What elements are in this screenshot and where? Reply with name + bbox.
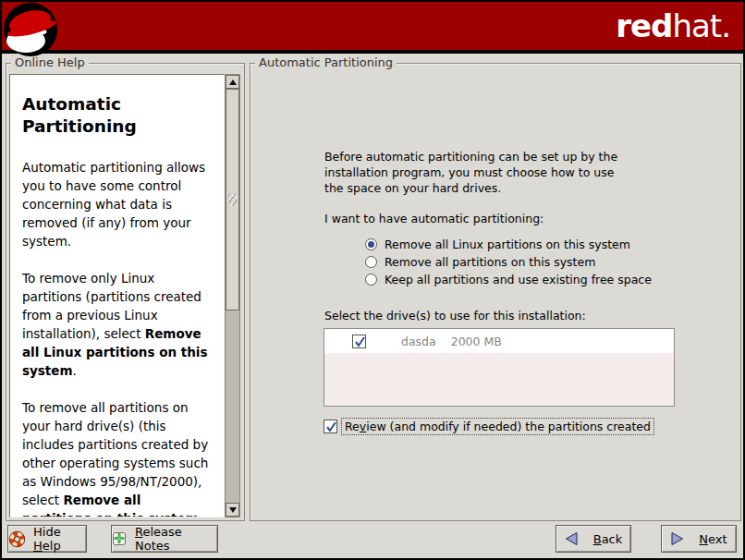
scrollbar-thumb[interactable] <box>226 89 239 310</box>
drive-size: 2000 MB <box>451 335 502 348</box>
radio-button[interactable] <box>365 238 377 250</box>
redhat-wordmark: redhat. <box>616 7 730 44</box>
review-partitions-option[interactable]: Review (and modify if needed) the partit… <box>324 419 653 434</box>
help-text-area: Automatic Partitioning Automatic partiti… <box>9 74 225 517</box>
brand-light: hat <box>672 7 721 44</box>
radio-keep-all-partitions[interactable]: Keep all partitions and use existing fre… <box>365 272 652 287</box>
drive-name: dasda <box>401 335 436 348</box>
release-notes-button[interactable]: Release Notes <box>111 525 218 553</box>
release-notes-label: Release Notes <box>135 525 217 553</box>
checkmark-icon <box>352 334 368 349</box>
installer-window: redhat. Online Help Automatic Partitioni… <box>2 2 743 558</box>
radio-label[interactable]: Keep all partitions and use existing fre… <box>385 273 652 286</box>
brand-dot: . <box>721 7 730 44</box>
radio-remove-all-partitions[interactable]: Remove all partitions on this system <box>365 254 595 270</box>
drive-list[interactable]: dasda 2000 MB <box>324 328 675 407</box>
help-p3-text: To remove all partitions on your hard dr… <box>22 400 208 507</box>
radio-label[interactable]: Remove all partitions on this system <box>385 255 595 269</box>
review-label-post: iew (and modify if needed) the partition… <box>366 420 651 433</box>
help-scrollbar[interactable] <box>225 74 240 517</box>
automatic-partitioning-frame-label: Automatic Partitioning <box>255 55 397 70</box>
review-checkbox[interactable] <box>324 420 337 433</box>
scroll-up-button[interactable] <box>226 75 239 89</box>
partitioning-question-label: I want to have automatic partitioning: <box>324 212 543 225</box>
help-paragraph-1: Automatic partitioning allows you to hav… <box>22 158 214 250</box>
redhat-shadowman-logo-icon <box>4 2 63 61</box>
checkmark-icon <box>324 419 339 434</box>
back-arrow-icon <box>565 531 579 546</box>
next-arrow-icon <box>670 531 684 546</box>
lifesaver-icon <box>8 530 26 548</box>
scrollbar-grip-icon <box>228 193 238 206</box>
radio-button[interactable] <box>365 274 377 286</box>
review-label-pre: Re <box>345 420 360 433</box>
radio-label[interactable]: Remove all Linux partitions on this syst… <box>385 237 630 251</box>
scroll-down-button[interactable] <box>226 503 239 517</box>
next-label: Next <box>699 532 727 546</box>
drive-checkbox[interactable] <box>352 335 366 348</box>
radio-selected-dot <box>368 241 374 248</box>
help-paragraph-3: To remove all partitions on your hard dr… <box>22 398 214 517</box>
help-p2-period: . <box>73 363 77 378</box>
header-banner: redhat. <box>2 2 743 54</box>
help-p3-period: . <box>199 511 202 517</box>
brand-bold: red <box>616 7 672 44</box>
intro-text: Before automatic partitioning can be set… <box>324 149 639 196</box>
hide-help-label: Hide Help <box>33 525 86 553</box>
automatic-partitioning-frame: Automatic Partitioning Before automatic … <box>250 63 741 521</box>
arrow-down-icon <box>229 507 237 513</box>
back-label: Back <box>593 532 623 546</box>
drive-row-dasda[interactable]: dasda 2000 MB <box>324 329 674 353</box>
radio-button[interactable] <box>365 256 377 268</box>
back-button[interactable]: Back <box>556 525 631 553</box>
radio-remove-linux-partitions[interactable]: Remove all Linux partitions on this syst… <box>365 237 630 252</box>
arrow-up-icon <box>229 79 237 85</box>
help-paragraph-2: To remove only Linux partitions (partiti… <box>22 269 214 380</box>
review-checkbox-label[interactable]: Review (and modify if needed) the partit… <box>342 419 653 434</box>
hide-help-button[interactable]: Hide Help <box>7 525 87 553</box>
help-title: Automatic Partitioning <box>22 93 214 138</box>
online-help-frame: Online Help Automatic Partitioning Autom… <box>6 63 245 521</box>
drive-select-label: Select the drive(s) to use for this inst… <box>324 309 586 323</box>
next-button[interactable]: Next <box>661 525 737 553</box>
release-notes-icon <box>112 531 128 547</box>
